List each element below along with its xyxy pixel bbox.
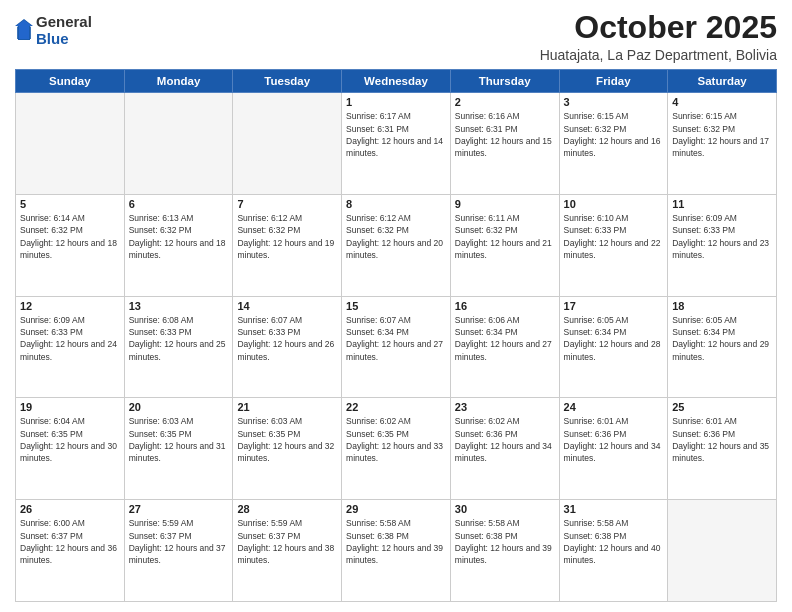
- calendar-day-cell: 13Sunrise: 6:08 AMSunset: 6:33 PMDayligh…: [124, 296, 233, 398]
- calendar-day-cell: 14Sunrise: 6:07 AMSunset: 6:33 PMDayligh…: [233, 296, 342, 398]
- day-info: Sunrise: 6:03 AMSunset: 6:35 PMDaylight:…: [237, 415, 337, 464]
- calendar-day-cell: 12Sunrise: 6:09 AMSunset: 6:33 PMDayligh…: [16, 296, 125, 398]
- day-info: Sunrise: 5:58 AMSunset: 6:38 PMDaylight:…: [564, 517, 664, 566]
- day-info: Sunrise: 6:01 AMSunset: 6:36 PMDaylight:…: [672, 415, 772, 464]
- day-info: Sunrise: 6:12 AMSunset: 6:32 PMDaylight:…: [346, 212, 446, 261]
- calendar-day-cell: 3Sunrise: 6:15 AMSunset: 6:32 PMDaylight…: [559, 93, 668, 195]
- calendar-week-row: 12Sunrise: 6:09 AMSunset: 6:33 PMDayligh…: [16, 296, 777, 398]
- calendar-day-cell: [668, 500, 777, 602]
- day-info: Sunrise: 6:00 AMSunset: 6:37 PMDaylight:…: [20, 517, 120, 566]
- calendar-day-cell: 5Sunrise: 6:14 AMSunset: 6:32 PMDaylight…: [16, 194, 125, 296]
- day-info: Sunrise: 6:15 AMSunset: 6:32 PMDaylight:…: [672, 110, 772, 159]
- day-info: Sunrise: 5:59 AMSunset: 6:37 PMDaylight:…: [237, 517, 337, 566]
- day-info: Sunrise: 6:05 AMSunset: 6:34 PMDaylight:…: [672, 314, 772, 363]
- calendar-day-cell: 28Sunrise: 5:59 AMSunset: 6:37 PMDayligh…: [233, 500, 342, 602]
- day-number: 24: [564, 401, 664, 413]
- day-of-week-header: Monday: [124, 70, 233, 93]
- day-number: 26: [20, 503, 120, 515]
- day-info: Sunrise: 6:17 AMSunset: 6:31 PMDaylight:…: [346, 110, 446, 159]
- day-of-week-header: Thursday: [450, 70, 559, 93]
- day-number: 30: [455, 503, 555, 515]
- day-info: Sunrise: 6:04 AMSunset: 6:35 PMDaylight:…: [20, 415, 120, 464]
- calendar-day-cell: [16, 93, 125, 195]
- day-info: Sunrise: 5:58 AMSunset: 6:38 PMDaylight:…: [346, 517, 446, 566]
- calendar-day-cell: 20Sunrise: 6:03 AMSunset: 6:35 PMDayligh…: [124, 398, 233, 500]
- day-info: Sunrise: 6:09 AMSunset: 6:33 PMDaylight:…: [20, 314, 120, 363]
- day-info: Sunrise: 6:06 AMSunset: 6:34 PMDaylight:…: [455, 314, 555, 363]
- logo-text: General Blue: [36, 14, 92, 47]
- calendar-header-row: SundayMondayTuesdayWednesdayThursdayFrid…: [16, 70, 777, 93]
- day-number: 23: [455, 401, 555, 413]
- day-number: 3: [564, 96, 664, 108]
- calendar-day-cell: 8Sunrise: 6:12 AMSunset: 6:32 PMDaylight…: [342, 194, 451, 296]
- day-info: Sunrise: 5:59 AMSunset: 6:37 PMDaylight:…: [129, 517, 229, 566]
- day-info: Sunrise: 6:01 AMSunset: 6:36 PMDaylight:…: [564, 415, 664, 464]
- calendar-week-row: 19Sunrise: 6:04 AMSunset: 6:35 PMDayligh…: [16, 398, 777, 500]
- day-number: 9: [455, 198, 555, 210]
- logo-icon: [15, 19, 33, 41]
- calendar-day-cell: 25Sunrise: 6:01 AMSunset: 6:36 PMDayligh…: [668, 398, 777, 500]
- day-info: Sunrise: 6:12 AMSunset: 6:32 PMDaylight:…: [237, 212, 337, 261]
- day-number: 8: [346, 198, 446, 210]
- day-number: 28: [237, 503, 337, 515]
- day-number: 1: [346, 96, 446, 108]
- day-info: Sunrise: 5:58 AMSunset: 6:38 PMDaylight:…: [455, 517, 555, 566]
- calendar-week-row: 5Sunrise: 6:14 AMSunset: 6:32 PMDaylight…: [16, 194, 777, 296]
- day-number: 25: [672, 401, 772, 413]
- calendar-day-cell: 6Sunrise: 6:13 AMSunset: 6:32 PMDaylight…: [124, 194, 233, 296]
- day-number: 15: [346, 300, 446, 312]
- calendar-day-cell: 24Sunrise: 6:01 AMSunset: 6:36 PMDayligh…: [559, 398, 668, 500]
- day-number: 13: [129, 300, 229, 312]
- day-info: Sunrise: 6:03 AMSunset: 6:35 PMDaylight:…: [129, 415, 229, 464]
- day-info: Sunrise: 6:11 AMSunset: 6:32 PMDaylight:…: [455, 212, 555, 261]
- month-title: October 2025: [540, 10, 777, 45]
- calendar-day-cell: 10Sunrise: 6:10 AMSunset: 6:33 PMDayligh…: [559, 194, 668, 296]
- day-info: Sunrise: 6:07 AMSunset: 6:33 PMDaylight:…: [237, 314, 337, 363]
- day-info: Sunrise: 6:10 AMSunset: 6:33 PMDaylight:…: [564, 212, 664, 261]
- day-number: 19: [20, 401, 120, 413]
- calendar-day-cell: 7Sunrise: 6:12 AMSunset: 6:32 PMDaylight…: [233, 194, 342, 296]
- day-info: Sunrise: 6:09 AMSunset: 6:33 PMDaylight:…: [672, 212, 772, 261]
- title-section: October 2025 Huatajata, La Paz Departmen…: [540, 10, 777, 63]
- day-number: 6: [129, 198, 229, 210]
- day-number: 16: [455, 300, 555, 312]
- day-of-week-header: Friday: [559, 70, 668, 93]
- calendar-day-cell: 9Sunrise: 6:11 AMSunset: 6:32 PMDaylight…: [450, 194, 559, 296]
- day-number: 10: [564, 198, 664, 210]
- day-info: Sunrise: 6:15 AMSunset: 6:32 PMDaylight:…: [564, 110, 664, 159]
- calendar-day-cell: 17Sunrise: 6:05 AMSunset: 6:34 PMDayligh…: [559, 296, 668, 398]
- location-subtitle: Huatajata, La Paz Department, Bolivia: [540, 47, 777, 63]
- day-number: 18: [672, 300, 772, 312]
- day-number: 17: [564, 300, 664, 312]
- day-info: Sunrise: 6:02 AMSunset: 6:35 PMDaylight:…: [346, 415, 446, 464]
- calendar-day-cell: 27Sunrise: 5:59 AMSunset: 6:37 PMDayligh…: [124, 500, 233, 602]
- day-number: 20: [129, 401, 229, 413]
- calendar-day-cell: 1Sunrise: 6:17 AMSunset: 6:31 PMDaylight…: [342, 93, 451, 195]
- calendar-day-cell: [233, 93, 342, 195]
- day-of-week-header: Wednesday: [342, 70, 451, 93]
- logo-general-text: General: [36, 14, 92, 31]
- logo: General Blue: [15, 14, 92, 47]
- day-number: 2: [455, 96, 555, 108]
- calendar-day-cell: 30Sunrise: 5:58 AMSunset: 6:38 PMDayligh…: [450, 500, 559, 602]
- calendar-day-cell: 4Sunrise: 6:15 AMSunset: 6:32 PMDaylight…: [668, 93, 777, 195]
- day-number: 7: [237, 198, 337, 210]
- day-info: Sunrise: 6:07 AMSunset: 6:34 PMDaylight:…: [346, 314, 446, 363]
- day-of-week-header: Sunday: [16, 70, 125, 93]
- calendar-day-cell: 23Sunrise: 6:02 AMSunset: 6:36 PMDayligh…: [450, 398, 559, 500]
- day-info: Sunrise: 6:05 AMSunset: 6:34 PMDaylight:…: [564, 314, 664, 363]
- calendar-day-cell: 18Sunrise: 6:05 AMSunset: 6:34 PMDayligh…: [668, 296, 777, 398]
- calendar-day-cell: 29Sunrise: 5:58 AMSunset: 6:38 PMDayligh…: [342, 500, 451, 602]
- day-info: Sunrise: 6:08 AMSunset: 6:33 PMDaylight:…: [129, 314, 229, 363]
- day-info: Sunrise: 6:13 AMSunset: 6:32 PMDaylight:…: [129, 212, 229, 261]
- calendar-day-cell: 22Sunrise: 6:02 AMSunset: 6:35 PMDayligh…: [342, 398, 451, 500]
- day-number: 21: [237, 401, 337, 413]
- day-number: 12: [20, 300, 120, 312]
- calendar-day-cell: 19Sunrise: 6:04 AMSunset: 6:35 PMDayligh…: [16, 398, 125, 500]
- calendar-week-row: 26Sunrise: 6:00 AMSunset: 6:37 PMDayligh…: [16, 500, 777, 602]
- calendar-day-cell: 16Sunrise: 6:06 AMSunset: 6:34 PMDayligh…: [450, 296, 559, 398]
- day-of-week-header: Tuesday: [233, 70, 342, 93]
- day-number: 11: [672, 198, 772, 210]
- day-number: 5: [20, 198, 120, 210]
- day-number: 29: [346, 503, 446, 515]
